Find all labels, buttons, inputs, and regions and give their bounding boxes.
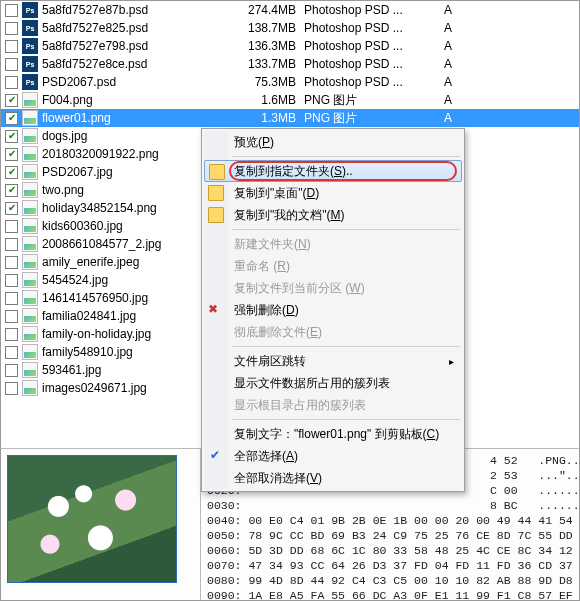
- file-size: 138.7MB: [232, 21, 304, 35]
- file-attr: A: [444, 93, 474, 107]
- checkbox[interactable]: [5, 94, 18, 107]
- file-name: F004.png: [42, 93, 232, 107]
- menu-show-clusters[interactable]: 显示文件数据所占用的簇列表: [204, 372, 462, 394]
- menu-cluster-jump[interactable]: 文件扇区跳转▸: [204, 350, 462, 372]
- jpg-file-icon: [22, 290, 38, 306]
- checkbox[interactable]: [5, 112, 18, 125]
- thumbnail-image: [7, 455, 177, 583]
- file-row[interactable]: Ps5a8fd7527e87b.psd274.4MBPhotoshop PSD …: [1, 1, 580, 19]
- file-type: PNG 图片: [304, 110, 444, 127]
- menu-preview[interactable]: 预览(P): [204, 131, 462, 153]
- menu-show-root-clusters[interactable]: 显示根目录占用的簇列表: [204, 394, 462, 416]
- file-size: 136.3MB: [232, 39, 304, 53]
- checkbox[interactable]: [5, 4, 18, 17]
- file-name: 5a8fd7527e87b.psd: [42, 3, 232, 17]
- checkbox[interactable]: [5, 166, 18, 179]
- file-type: Photoshop PSD ...: [304, 57, 444, 71]
- menu-copy-desktop[interactable]: 复制到"桌面"(D): [204, 182, 462, 204]
- png-file-icon: [22, 182, 38, 198]
- file-attr: A: [444, 39, 474, 53]
- png-file-icon: [22, 200, 38, 216]
- file-attr: A: [444, 75, 474, 89]
- checkbox[interactable]: [5, 346, 18, 359]
- file-type: Photoshop PSD ...: [304, 39, 444, 53]
- checkbox[interactable]: [5, 292, 18, 305]
- folder-icon: [208, 207, 224, 223]
- file-attr: A: [444, 111, 474, 125]
- jpg-file-icon: [22, 308, 38, 324]
- context-menu: 预览(P) 复制到指定文件夹(S).. 复制到"桌面"(D) 复制到"我的文档"…: [201, 128, 465, 492]
- psd-file-icon: Ps: [22, 38, 38, 54]
- file-row[interactable]: Ps5a8fd7527e798.psd136.3MBPhotoshop PSD …: [1, 37, 580, 55]
- file-attr: A: [444, 57, 474, 71]
- checkbox[interactable]: [5, 184, 18, 197]
- png-file-icon: [22, 110, 38, 126]
- png-file-icon: [22, 92, 38, 108]
- checkbox[interactable]: [5, 328, 18, 341]
- jpg-file-icon: [22, 236, 38, 252]
- jpg-file-icon: [22, 362, 38, 378]
- psd-file-icon: Ps: [22, 56, 38, 72]
- file-name: 5a8fd7527e798.psd: [42, 39, 232, 53]
- psd-file-icon: Ps: [22, 74, 38, 90]
- checkbox[interactable]: [5, 148, 18, 161]
- menu-new-folder[interactable]: 新建文件夹(N): [204, 233, 462, 255]
- psd-file-icon: Ps: [22, 20, 38, 36]
- file-size: 1.6MB: [232, 93, 304, 107]
- file-size: 1.3MB: [232, 111, 304, 125]
- menu-copy-partition[interactable]: 复制文件到当前分区 (W): [204, 277, 462, 299]
- menu-copy-docs[interactable]: 复制到"我的文档"(M): [204, 204, 462, 226]
- checkbox[interactable]: [5, 202, 18, 215]
- file-row[interactable]: F004.png1.6MBPNG 图片A: [1, 91, 580, 109]
- file-size: 274.4MB: [232, 3, 304, 17]
- checkbox[interactable]: [5, 364, 18, 377]
- jpg-file-icon: [22, 380, 38, 396]
- jpg-file-icon: [22, 344, 38, 360]
- file-size: 75.3MB: [232, 75, 304, 89]
- file-type: Photoshop PSD ...: [304, 75, 444, 89]
- file-attr: A: [444, 3, 474, 17]
- checkbox[interactable]: [5, 76, 18, 89]
- png-file-icon: [22, 146, 38, 162]
- menu-rename[interactable]: 重命名 (R): [204, 255, 462, 277]
- file-row[interactable]: PsPSD2067.psd75.3MBPhotoshop PSD ...A: [1, 73, 580, 91]
- delete-icon: ✖: [208, 302, 224, 318]
- menu-select-all[interactable]: 全部选择(A): [204, 445, 462, 467]
- menu-copy-text[interactable]: 复制文字："flower01.png" 到剪贴板(C): [204, 423, 462, 445]
- folder-icon: [208, 185, 224, 201]
- folder-icon: [209, 164, 225, 180]
- file-row[interactable]: Ps5a8fd7527e8ce.psd133.7MBPhotoshop PSD …: [1, 55, 580, 73]
- file-size: 133.7MB: [232, 57, 304, 71]
- file-name: 5a8fd7527e825.psd: [42, 21, 232, 35]
- checkbox[interactable]: [5, 22, 18, 35]
- checkbox[interactable]: [5, 58, 18, 71]
- file-attr: A: [444, 21, 474, 35]
- jpg-file-icon: [22, 254, 38, 270]
- menu-force-delete[interactable]: ✖ 强制删除(D): [204, 299, 462, 321]
- file-type: Photoshop PSD ...: [304, 21, 444, 35]
- psd-file-icon: Ps: [22, 2, 38, 18]
- jpg-file-icon: [22, 272, 38, 288]
- file-row[interactable]: Ps5a8fd7527e825.psd138.7MBPhotoshop PSD …: [1, 19, 580, 37]
- file-type: Photoshop PSD ...: [304, 3, 444, 17]
- file-row[interactable]: flower01.png1.3MBPNG 图片A: [1, 109, 580, 127]
- jpg-file-icon: [22, 128, 38, 144]
- chevron-right-icon: ▸: [449, 356, 454, 367]
- checkbox[interactable]: [5, 310, 18, 323]
- jpg-file-icon: [22, 326, 38, 342]
- checkbox[interactable]: [5, 256, 18, 269]
- menu-thorough-delete[interactable]: 彻底删除文件(E): [204, 321, 462, 343]
- file-name: 5a8fd7527e8ce.psd: [42, 57, 232, 71]
- jpg-file-icon: [22, 164, 38, 180]
- checkbox[interactable]: [5, 382, 18, 395]
- checkbox[interactable]: [5, 130, 18, 143]
- file-name: PSD2067.psd: [42, 75, 232, 89]
- checkbox[interactable]: [5, 220, 18, 233]
- menu-copy-to-folder[interactable]: 复制到指定文件夹(S)..: [204, 160, 462, 182]
- file-name: flower01.png: [42, 111, 232, 125]
- checkbox[interactable]: [5, 238, 18, 251]
- jpg-file-icon: [22, 218, 38, 234]
- checkbox[interactable]: [5, 40, 18, 53]
- checkbox[interactable]: [5, 274, 18, 287]
- menu-deselect-all[interactable]: 全部取消选择(V): [204, 467, 462, 489]
